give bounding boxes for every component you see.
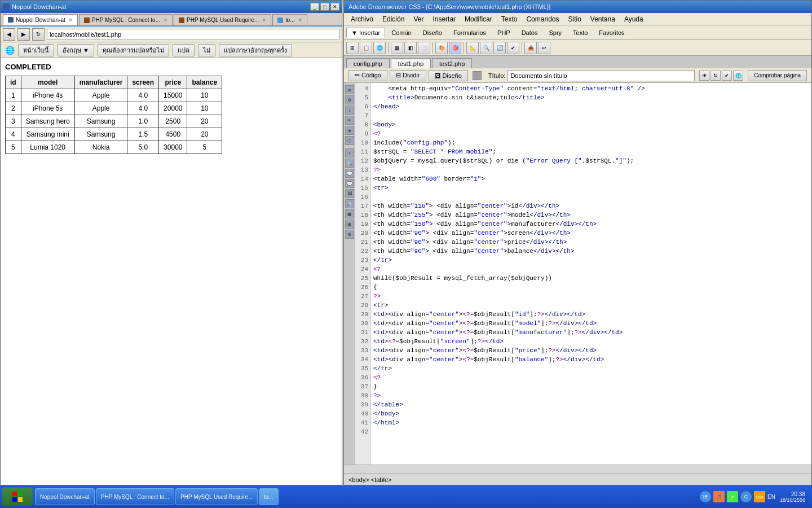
forward-button[interactable]: ▶ — [17, 28, 30, 41]
minimize-button[interactable]: _ — [310, 3, 319, 11]
page-label[interactable]: หน้าเว็บนี้ — [18, 44, 54, 56]
tool-btn-6[interactable]: ⬜ — [418, 42, 430, 54]
panel-icon-chat2[interactable]: 💬 — [345, 179, 354, 188]
taskbar-app-php1[interactable]: PHP MySQL : Connect to... — [96, 488, 174, 505]
maximize-button[interactable]: □ — [320, 3, 329, 11]
insert-tab-insertar[interactable]: ▼ Insertar — [346, 28, 385, 38]
insert-tab-php[interactable]: PHP — [492, 28, 515, 38]
panel-icon-4[interactable]: ≡ — [345, 116, 354, 125]
dw-horizontal-scroll[interactable] — [344, 465, 811, 474]
tab-php2[interactable]: PHP MySQL Used Require... ✕ — [174, 14, 271, 25]
validate-icon[interactable]: ✔ — [722, 71, 732, 81]
close-button[interactable]: ✕ — [330, 3, 339, 11]
refresh-icon[interactable]: ↻ — [710, 71, 721, 81]
tab-close-php1[interactable]: ✕ — [164, 17, 167, 23]
panel-icon-5[interactable]: ◈ — [345, 126, 354, 135]
tool-btn-14[interactable]: ↩ — [538, 42, 550, 54]
line-number-33: 33 — [355, 346, 368, 355]
menu-insertar[interactable]: Insertar — [428, 14, 460, 24]
menu-edicion[interactable]: Edición — [378, 14, 409, 24]
tool-btn-13[interactable]: 📤 — [524, 42, 537, 54]
doc-tab-test2[interactable]: test2.php — [432, 58, 472, 68]
dw-code-content[interactable]: <meta http-equiv="Content-Type" content=… — [371, 83, 811, 465]
title-input[interactable] — [508, 70, 695, 81]
tool-btn-11[interactable]: 🔄 — [493, 42, 506, 54]
translate-button[interactable]: แปล — [173, 44, 195, 56]
menu-texto[interactable]: Texto — [497, 14, 522, 24]
browser-preview-icon[interactable]: 🌐 — [733, 71, 743, 81]
code-line-16 — [373, 192, 809, 202]
doc-tab-test1[interactable]: test1.php — [391, 58, 431, 68]
panel-icon-add[interactable]: + — [345, 148, 354, 157]
view-code-button[interactable]: ✏ Código — [348, 70, 387, 81]
auto-translate-button[interactable]: แปลภาษาอังกฤษทุกครั้ง — [219, 44, 292, 56]
tool-btn-12[interactable]: ✔ — [507, 42, 519, 54]
view-design-button[interactable]: 🖼 Diseño — [429, 70, 468, 81]
insert-tab-texto[interactable]: Texto — [568, 28, 593, 38]
tray-icon-1[interactable]: IE — [700, 491, 711, 502]
live-view-icon[interactable] — [473, 71, 482, 80]
insert-tab-favoritos[interactable]: Favoritos — [594, 28, 629, 38]
panel-icon-zoom[interactable]: 🔎 — [345, 199, 354, 208]
col-price: price — [159, 76, 187, 89]
tool-btn-3[interactable]: 🌐 — [373, 42, 386, 54]
tool-btn-9[interactable]: 📐 — [466, 42, 479, 54]
tab-facebook[interactable]: Noppol Dowchan-at ✕ — [3, 14, 78, 25]
check-page-button[interactable]: Comprobar página — [748, 70, 807, 81]
taskbar-app-local[interactable]: lo... — [259, 488, 278, 505]
tab-php1[interactable]: PHP MySQL : Connect to... ✕ — [79, 14, 173, 25]
back-button[interactable]: ◀ — [3, 28, 15, 41]
tab-local[interactable]: lo... ✕ — [272, 14, 307, 25]
tab-close-local[interactable]: ✕ — [298, 17, 302, 23]
tab-close-fb[interactable]: ✕ — [69, 17, 73, 23]
tab-favicon-local — [277, 17, 283, 23]
taskbar-app-label-fb: Noppol Dowchan-at — [40, 494, 90, 500]
tool-btn-5[interactable]: ◧ — [404, 42, 417, 54]
menu-ayuda[interactable]: Ayuda — [620, 14, 648, 24]
menu-modificar[interactable]: Modificar — [460, 14, 497, 24]
menu-sitio[interactable]: Sitio — [563, 14, 585, 24]
menu-archivo[interactable]: Archivo — [346, 14, 378, 24]
preview-icon[interactable]: 👁 — [699, 71, 709, 81]
panel-icon-3[interactable]: ↕ — [345, 106, 354, 115]
no-button[interactable]: ไม่ — [198, 44, 215, 56]
tool-btn-2[interactable]: 📋 — [360, 42, 372, 54]
tray-icon-3[interactable]: ✔ — [727, 491, 738, 502]
tray-icon-2[interactable]: 🎵 — [713, 491, 725, 502]
insert-tab-diseno[interactable]: Diseño — [418, 28, 447, 38]
tray-icon-chrome[interactable]: C — [740, 491, 752, 502]
tool-btn-10[interactable]: 🔍 — [480, 42, 492, 54]
view-split-button[interactable]: ⊟ Dividir — [390, 70, 426, 81]
menu-comandos[interactable]: Comandos — [522, 14, 563, 24]
tool-btn-4[interactable]: ▦ — [391, 42, 403, 54]
language-selector[interactable]: อังกฤษ ▼ — [58, 44, 94, 56]
panel-icon-search[interactable]: 🔍 — [345, 159, 354, 168]
tab-close-php2[interactable]: ✕ — [262, 17, 266, 23]
panel-icon-grid[interactable]: ⊞ — [345, 220, 354, 229]
insert-tab-spry[interactable]: Spry — [544, 28, 567, 38]
tool-btn-1[interactable]: ⊞ — [346, 42, 359, 54]
panel-icon-6[interactable]: ⬡ — [345, 136, 354, 145]
insert-tab-comun[interactable]: Común — [386, 28, 416, 38]
start-button[interactable] — [2, 488, 33, 506]
taskbar-app-facebook[interactable]: Noppol Dowchan-at — [35, 488, 95, 505]
panel-icon-chat1[interactable]: 💬 — [345, 169, 354, 178]
tool-btn-8[interactable]: 🎯 — [449, 42, 461, 54]
menu-ventana[interactable]: Ventana — [586, 14, 620, 24]
menu-ver[interactable]: Ver — [409, 14, 428, 24]
taskbar-app-php2[interactable]: PHP MySQL Used Require... — [175, 488, 258, 505]
panel-icon-table[interactable]: ▦ — [345, 209, 354, 218]
insert-tab-datos[interactable]: Datos — [517, 28, 543, 38]
panel-icon-img[interactable]: 🖼 — [345, 189, 354, 198]
tray-icon-dw[interactable]: DW — [754, 491, 765, 502]
dw-line-numbers: 4567891011121314151617181920212223242526… — [355, 83, 371, 465]
insert-tab-formularios[interactable]: Formularios — [448, 28, 491, 38]
panel-icon-settings[interactable]: ⚙ — [345, 230, 354, 239]
panel-icon-1[interactable]: ⊕ — [345, 85, 354, 94]
refresh-button[interactable]: ↻ — [32, 28, 45, 41]
doc-tab-config[interactable]: config.php — [346, 58, 390, 68]
tool-btn-7[interactable]: 🎨 — [435, 42, 448, 54]
cell-id: 1 — [6, 89, 21, 102]
panel-icon-2[interactable]: ⚙ — [345, 95, 354, 104]
address-bar[interactable] — [47, 29, 339, 40]
